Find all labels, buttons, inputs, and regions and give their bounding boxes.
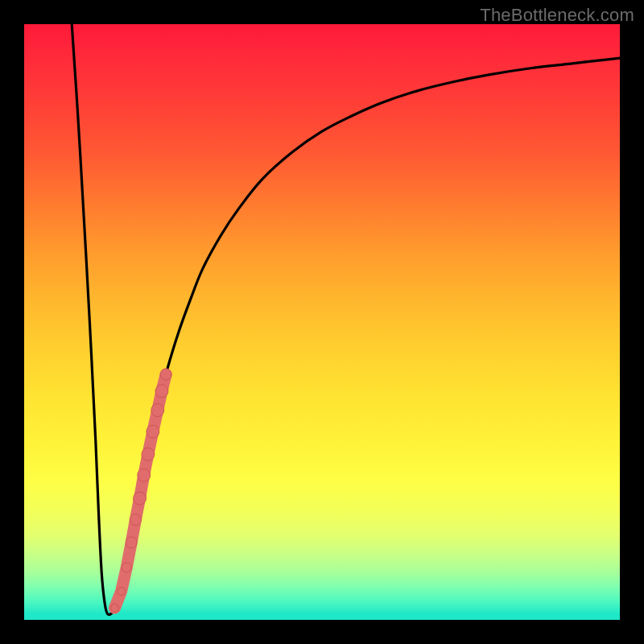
chart-frame: TheBottleneck.com xyxy=(0,0,644,644)
marker-dot xyxy=(122,563,131,572)
marker-dot xyxy=(118,587,126,595)
marker-dot xyxy=(151,404,164,417)
marker-layer xyxy=(24,24,620,620)
marker-dot xyxy=(160,369,171,380)
marker-dot xyxy=(155,385,168,398)
marker-dot xyxy=(110,604,118,612)
marker-dot xyxy=(126,537,137,548)
plot-area xyxy=(24,24,620,620)
marker-dot xyxy=(130,514,141,526)
marker-dot xyxy=(142,448,155,460)
marker-svg xyxy=(24,24,620,620)
marker-dot xyxy=(147,425,159,438)
marker-dot xyxy=(134,492,147,505)
watermark-text: TheBottleneck.com xyxy=(480,5,634,26)
marker-dot xyxy=(138,469,151,481)
